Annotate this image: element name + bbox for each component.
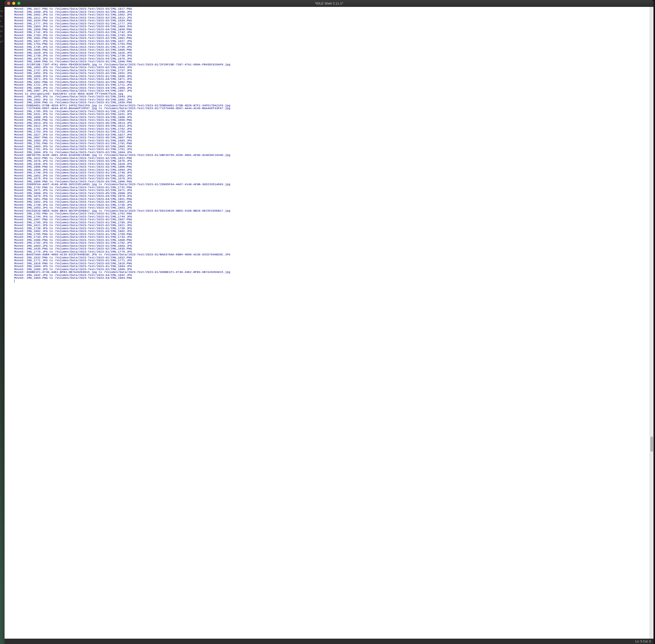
output-line: Moved: IMG_1903.JPG to /Volumes/Data/202… (5, 25, 650, 28)
output-line: Moved: IMG_1682.JPG to /Volumes/Data/202… (5, 13, 650, 16)
output-line: Moved: IMG_1970.JPG to /Volumes/Data/202… (5, 194, 650, 198)
minimize-icon[interactable] (12, 2, 15, 5)
output-line: Moved: IMG_1871.JPG to /Volumes/Data/202… (5, 189, 650, 192)
output-line: Moved: IMG_1721.JPG to /Volumes/Data/202… (5, 84, 650, 87)
output-line: Moved: IMG_1917.PNG to /Volumes/Data/202… (5, 7, 650, 10)
output-line: Moved: IMG_1876.JPG to /Volumes/Data/202… (5, 177, 650, 180)
output-line: Moved: IMG_1792.JPG to /Volumes/Data/202… (5, 242, 650, 245)
output-line: Moved: IMG_1808.PNG to /Volumes/Data/202… (5, 60, 650, 63)
titlebar[interactable]: *IDLE Shell 3.11.1* (5, 0, 653, 7)
output-line: Moved: IMG_1853.JPG to /Volumes/Data/202… (5, 206, 650, 209)
cursor-position: Ln: 5 Col: 0 (635, 640, 651, 643)
output-line: Moved: IMG_1739.JPG to /Volumes/Data/202… (5, 54, 650, 57)
output-line: Moved: IMG_1806.PNG to /Volumes/Data/202… (5, 48, 650, 51)
output-line: Moved: 2D995F84-4A87-4149-AF0B-30523351A… (5, 183, 650, 186)
output-line: Moved: IMG_1834.PNG to /Volumes/Data/202… (5, 19, 650, 22)
output-line: Moved: IMG_1967.JPG to /Volumes/Data/202… (5, 89, 650, 92)
output-line: Moved: IMG_1761.JPG to /Volumes/Data/202… (5, 148, 650, 151)
output-line: Moved: IMG_1791.PNG to /Volumes/Data/202… (5, 142, 650, 145)
output-line: Moved: ABF36755-4C05-4901-AFAD-92AD38C16… (5, 154, 650, 157)
text-cursor (14, 279, 15, 282)
output-line: Moved: IMG_1835.PNG to /Volumes/Data/202… (5, 247, 650, 250)
close-icon[interactable] (7, 2, 10, 5)
output-line: Moved: IMG_1852.JPG to /Volumes/Data/202… (5, 72, 650, 75)
window-controls (7, 2, 20, 5)
vertical-scrollbar[interactable] (650, 7, 653, 639)
output-line: Moved: IMG_1749.JPG to /Volumes/Data/202… (5, 171, 650, 174)
output-line: Moved: 71578488-DD07-4A44-AC45-B8A4AFF33… (5, 107, 650, 110)
output-line: Moved: IMG_1658.PNG to /Volumes/Data/202… (5, 101, 650, 104)
output-line: Moved: IMG_1883.JPG to /Volumes/Data/202… (5, 66, 650, 69)
output-line: Moved: IMG_2007.PNG to /Volumes/Data/202… (5, 136, 650, 139)
output-line: Moved: IMG_1882.JPG to /Volumes/Data/202… (5, 201, 650, 204)
output-line: Moved: IMG_1971.JPG to /Volumes/Data/202… (5, 77, 650, 80)
output-line: Moved: BA037A8A-89B4-4068-AC38-02CD7648B… (5, 253, 650, 256)
output-line: Moved: IMG_1843.JPG to /Volumes/Data/202… (5, 95, 650, 98)
maximize-icon[interactable] (17, 2, 20, 5)
output-line: Moved: IMG_1753.JPG to /Volumes/Data/202… (5, 130, 650, 133)
output-line: Moved: IMG_1906.PNG to /Volumes/Data/202… (5, 165, 650, 168)
output-line: Moved: IMG_1964.PNG to /Volumes/Data/202… (5, 276, 650, 279)
background-window-slivers: ng ba s ing rin h : g b (0, 0, 5, 644)
shell-output-area[interactable]: Moved: IMG_1917.PNG to /Volumes/Data/202… (5, 7, 650, 639)
statusbar: Ln: 5 Col: 0 (5, 639, 653, 644)
output-line: Moved: IMG_1771.JPG to /Volumes/Data/202… (5, 259, 650, 262)
scrollbar-thumb[interactable] (650, 436, 653, 452)
output-line: Moved: IMG_1912.JPG to /Volumes/Data/202… (5, 124, 650, 128)
output-line: Moved: 089BE1F1-0740-44E2-BFB3-DB7A202E0… (5, 271, 650, 274)
output-line: Moved: IMG_1831.JPG to /Volumes/Data/202… (5, 113, 650, 116)
output-line: Moved: IMG_1743.JPG to /Volumes/Data/202… (5, 235, 650, 238)
output-line: Moved: IMG_1902.JPG to /Volumes/Data/202… (5, 230, 650, 233)
window-title: *IDLE Shell 3.11.1* (5, 2, 653, 5)
output-line: Moved: IMG_1684.JPG to /Volumes/Data/202… (5, 265, 650, 268)
idle-shell-window: *IDLE Shell 3.11.1* Moved: IMG_1917.PNG … (5, 0, 653, 644)
output-line: Moved: IMG_1807.PNG to /Volumes/Data/202… (5, 218, 650, 221)
output-line: Moved: IMG_1821.JPG to /Volumes/Data/202… (5, 224, 650, 227)
output-line: Moved: IMG_1763.PNG to /Volumes/Data/202… (5, 43, 650, 46)
output-line: Moved: IMG_1742.JPG to /Volumes/Data/202… (5, 31, 650, 34)
output-line: Moved: IMG_1801.PNG to /Volumes/Data/202… (5, 37, 650, 40)
output-line: Moved: IMG_1656.PNG to /Volumes/Data/202… (5, 118, 650, 121)
output-line: Moved: IMG_1762.PNG to /Volumes/Data/202… (5, 212, 650, 215)
output-line: Moved: IMG_1878.JPG to /Volumes/Data/202… (5, 159, 650, 163)
